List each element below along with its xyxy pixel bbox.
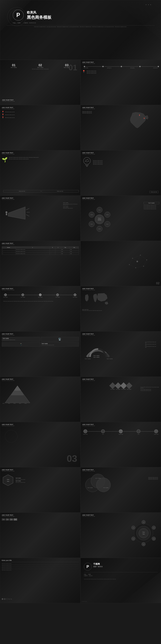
s11a-th1: TEXT HERE (16, 478, 26, 478)
node-label-3: TEXT HERE (38, 297, 42, 298)
svg-line-47 (136, 266, 144, 268)
s12a-sub: Click here to add your text title (2, 516, 79, 517)
circle-bullets-row: Text Text (2, 598, 12, 600)
s13a-enter-title[interactable]: Enter your title (2, 560, 79, 561)
s9a-title: ADD YOUR TEXT (2, 378, 79, 380)
location-bullets: 📍 Click here to enter your text Click he… (82, 70, 159, 74)
slide-3b: ADD YOUR TEXT Click here to add your tex… (80, 105, 161, 150)
dot-deco (145, 3, 152, 6)
end-p-circle: P (84, 563, 92, 570)
end-date-label: 汇报时间： (84, 575, 88, 576)
diamond-item-2: TEXT NAME (116, 382, 120, 390)
year-item-5: 2015 YOUR TITLE (154, 430, 158, 435)
year-label-2: 2012 (101, 434, 105, 435)
enter-box-2[interactable]: Enter your text (42, 190, 79, 192)
s5b-title: ADD YOUR TEXT (82, 197, 159, 199)
enter-text-box[interactable]: Enter your text (150, 191, 158, 193)
s13a-item2: Click here to enter your text. (2, 566, 79, 566)
s9a-sub: Click here to add your text title (2, 380, 79, 381)
td-3-1: Click here to add your text (16, 253, 50, 255)
cbullet-label: Text (8, 598, 10, 600)
svg-line-12 (88, 160, 88, 161)
s5a-rt2: Click here to enter your text. Click her… (63, 204, 79, 206)
world-map-svg (82, 292, 114, 308)
month3: Jul Aug Sep (130, 68, 134, 68)
arc-rt2: You can click here to enter your text. (145, 344, 158, 346)
s5a-rt3: TEXT HERE (63, 206, 79, 208)
slide-6a: ADD YOUR TEXT Click here to add your tex… (0, 241, 80, 286)
node-dot-1 (4, 294, 7, 296)
s4a-text-blocks: Click here to enter your text. Click her… (9, 157, 39, 160)
svg-text:TEXT: TEXT (98, 210, 101, 210)
month4: Oct Nov Dec (153, 68, 158, 68)
td-3-4: Text (61, 253, 70, 255)
label1: TEXT HERE (2, 67, 26, 68)
cbullet-2 (4, 598, 6, 600)
slide-4b: ADD YOUR TEXT Click here to add your tex… (80, 150, 161, 196)
p-letter: P (16, 12, 20, 18)
td-3-3 (55, 253, 61, 255)
megaphone-container (5, 204, 30, 228)
svg-line-11 (86, 160, 88, 160)
s5b-right: TEXT NAME You can click here to enter yo… (144, 202, 159, 210)
s5b-rt4: You can click here to enter your text. (144, 208, 159, 210)
slide-2b: ADD YOUR TEXT Click here to add your tex… (80, 60, 161, 105)
svg-line-49 (130, 258, 132, 264)
text-box-2: 🖥️ (41, 337, 79, 341)
node-1: TEXT HERE (3, 294, 8, 298)
slide-row-4: ADD YOUR TEXT Click here to add your tex… (0, 196, 161, 241)
tb4-body: You can click here to enter your text. (42, 344, 78, 346)
svg-text:2013: 2013 (14, 403, 16, 404)
s5a-sub: Click here to add your text title (2, 199, 79, 200)
s11a-title: ADD YOUR TEXT (2, 469, 79, 470)
s3b-title: ADD YOUR TEXT (82, 107, 159, 108)
s4a-title: ADD YOUR TEXT (2, 152, 79, 154)
s3a-row3: 📍 Click here to enter your text (2, 116, 79, 119)
svg-line-17 (26, 208, 29, 210)
slide2-subtitle: Click here to add your text title (82, 63, 159, 64)
svg-text:2014: 2014 (19, 403, 21, 404)
s3a-row1: 📍 Click here to enter your text (2, 111, 79, 113)
hexagon-svg: Your Text (2, 474, 14, 486)
end-thanks: 感谢一路有你 (93, 566, 103, 568)
flow-item-2: Text (6, 518, 9, 520)
td-3-5: Text (70, 253, 79, 255)
s8a-title: ADD YOUR TEXT (2, 333, 79, 335)
s3a-row2: 📍 Click here to enter your text (2, 114, 79, 116)
s4b-content: Click here to enter your text Click here… (82, 156, 159, 169)
label2: TEXT HERE (28, 67, 52, 68)
pin-text-1: Click here to enter your text (5, 112, 14, 112)
arc-right-text: You can click here to enter your text. Y… (145, 341, 158, 348)
location-icon: 📍 (82, 70, 85, 74)
slide-4a: ADD YOUR TEXT Click here to add your tex… (0, 150, 80, 196)
s4b-b3: Click here to enter your text (93, 162, 102, 164)
table-row: 1 Click here to add your text Text Text (2, 248, 79, 250)
td-1-4: Text (61, 248, 70, 250)
s9b-b1: You can click to enter your text. You ca… (140, 386, 159, 388)
slide1-subtitle: ADD YOUR TEXT (2, 99, 15, 101)
enter-box-1[interactable]: Enter your text (3, 190, 41, 192)
node-label-2: TEXT HERE (21, 297, 25, 298)
slide-7a: ADD YOUR TEXT Click here to add your tex… (0, 286, 80, 332)
svg-rect-21 (6, 213, 7, 215)
year-title-1: YOUR TITLE (83, 434, 88, 435)
pin-icon-3: 📍 (2, 116, 4, 119)
td-2-4: Text (61, 250, 70, 253)
s4b-b2: Click here to enter your text (93, 161, 102, 162)
svg-text:TEXT: TEXT (98, 218, 101, 219)
s8b-sub: Click here to add your text title (82, 335, 159, 336)
node-dot-2 (22, 294, 24, 296)
s11b-sub: Click here to add your text title (82, 470, 159, 472)
s8a-sub: Click here to add your text title (2, 335, 79, 336)
cover-info: 主编人：千图网 汇报时间：2019年1月1日 (13, 22, 36, 24)
node-timeline: TEXT HERE TEXT HERE TEXT HERE TEXT HERE (3, 294, 77, 298)
s4b-sub: Click here to add your text title (82, 154, 159, 154)
tl-dot-5 (158, 66, 159, 67)
cover-divider (6, 25, 154, 26)
svg-line-19 (26, 214, 29, 216)
s3a-title: ADD YOUR TEXT (2, 107, 79, 108)
s7b-body: Click here to enter your text. Click her… (82, 310, 159, 311)
flow-item-1: Text (2, 518, 5, 520)
month2: Apr May Jun (107, 68, 112, 68)
s10a-sub: Click here to add your text title (2, 425, 79, 426)
